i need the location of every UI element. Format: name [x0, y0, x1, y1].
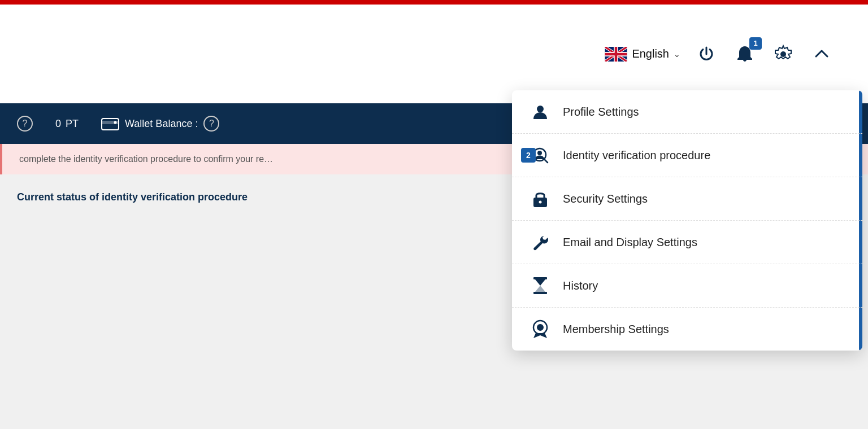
language-label: English [632, 47, 669, 60]
menu-label-history: History [563, 279, 598, 292]
menu-item-membership-settings[interactable]: Membership Settings [512, 308, 862, 351]
points-value: 0 [55, 118, 61, 130]
svg-point-9 [539, 201, 542, 204]
person-icon [530, 102, 550, 122]
svg-rect-11 [533, 292, 547, 294]
menu-item-profile-settings[interactable]: Profile Settings [512, 90, 862, 134]
wallet-help-button[interactable]: ? [203, 116, 219, 132]
svg-point-5 [537, 106, 544, 112]
power-button[interactable] [694, 42, 719, 67]
header: English ⌄ 1 [0, 5, 868, 103]
menu-item-email-display-settings[interactable]: Email and Display Settings [512, 221, 862, 264]
menu-item-identity-verification[interactable]: 2 Identity verification procedure [512, 134, 862, 177]
badge-icon [530, 319, 550, 339]
dropdown-menu: Profile Settings 2 Identity verification… [512, 90, 862, 351]
svg-point-7 [537, 151, 542, 155]
settings-button[interactable] [771, 42, 796, 67]
wallet-icon [101, 117, 119, 130]
wallet-label: Wallet Balance : [125, 118, 198, 130]
notification-wrapper[interactable]: 1 [732, 42, 757, 67]
alert-text: complete the identity verification proce… [19, 154, 273, 164]
svg-rect-10 [533, 277, 547, 279]
menu-item-history[interactable]: History [512, 264, 862, 308]
language-selector[interactable]: English ⌄ [605, 47, 680, 62]
uk-flag-icon [605, 47, 627, 62]
hourglass-icon [530, 275, 550, 296]
top-bar [0, 0, 868, 5]
svg-point-4 [114, 121, 117, 124]
gear-icon [774, 45, 793, 64]
menu-label-profile-settings: Profile Settings [563, 106, 639, 119]
notification-badge: 1 [749, 37, 762, 50]
nav-help-button[interactable]: ? [17, 116, 33, 132]
help-icon: ? [23, 119, 28, 129]
arrow-up-icon [814, 46, 830, 62]
menu-label-security-settings: Security Settings [563, 192, 648, 205]
arrow-up-button[interactable] [809, 42, 834, 67]
points-display: 0 PT [55, 118, 79, 130]
menu-label-membership-settings: Membership Settings [563, 323, 669, 336]
wallet-display: Wallet Balance : ? [101, 116, 219, 132]
menu-badge-identity-verification: 2 [521, 148, 536, 163]
wrench-icon [530, 232, 550, 252]
language-chevron-icon: ⌄ [674, 50, 680, 59]
power-icon [697, 45, 715, 63]
svg-point-13 [537, 324, 544, 331]
points-unit: PT [66, 118, 79, 130]
svg-point-1 [780, 51, 786, 57]
menu-item-security-settings[interactable]: Security Settings [512, 177, 862, 221]
menu-label-identity-verification: Identity verification procedure [563, 149, 710, 162]
menu-label-email-display-settings: Email and Display Settings [563, 236, 697, 249]
lock-icon [530, 189, 550, 209]
wallet-help-icon: ? [209, 119, 214, 129]
